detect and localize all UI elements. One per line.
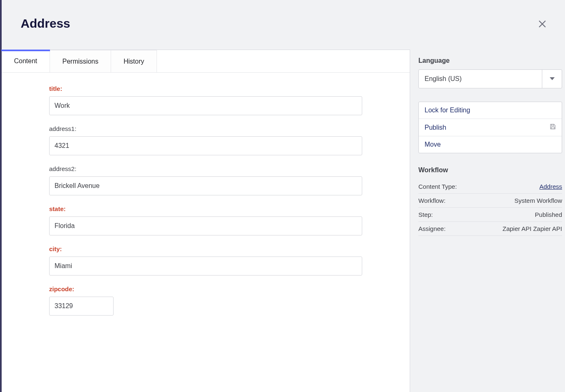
- svg-rect-4: [551, 127, 555, 129]
- workflow-key: Workflow:: [418, 197, 446, 204]
- move-button[interactable]: Move: [419, 136, 562, 153]
- workflow-section-title: Workflow: [418, 166, 562, 174]
- address1-input[interactable]: [49, 136, 362, 155]
- meta-row-content-type: Content Type: Address: [418, 180, 562, 194]
- language-label: Language: [418, 57, 542, 64]
- meta-row-assignee: Assignee: Zapier API Zapier API: [418, 222, 562, 236]
- city-label: city:: [49, 245, 362, 252]
- city-input[interactable]: [49, 257, 362, 276]
- close-icon: [538, 20, 546, 28]
- content-type-link[interactable]: Address: [539, 183, 562, 190]
- assignee-val: Zapier API Zapier API: [503, 225, 562, 232]
- zipcode-label: zipcode:: [49, 285, 362, 292]
- step-key: Step:: [418, 211, 433, 218]
- tab-permissions[interactable]: Permissions: [50, 50, 111, 72]
- tab-content[interactable]: Content: [2, 50, 50, 72]
- title-input[interactable]: [49, 96, 362, 115]
- state-label: state:: [49, 205, 362, 212]
- caret-down-icon: [550, 77, 555, 81]
- content-type-key: Content Type:: [418, 183, 457, 190]
- modal-header: Address: [2, 0, 565, 50]
- save-icon: [550, 124, 556, 131]
- language-select[interactable]: English (US): [418, 69, 562, 88]
- title-label: title:: [49, 85, 362, 92]
- zipcode-input[interactable]: [49, 297, 114, 316]
- address2-input[interactable]: [49, 176, 362, 195]
- publish-button[interactable]: Publish: [419, 119, 562, 136]
- svg-marker-2: [550, 77, 555, 80]
- content-form: title: address1: address2: state: city:: [2, 73, 410, 338]
- sidebar: Language English (US) Lock for Editing P…: [410, 50, 565, 392]
- meta-row-step: Step: Published: [418, 208, 562, 222]
- move-label: Move: [425, 141, 441, 148]
- close-button[interactable]: [538, 20, 546, 28]
- language-select-caret: [542, 70, 562, 88]
- workflow-val: System Workflow: [514, 197, 562, 204]
- state-input[interactable]: [49, 216, 362, 235]
- workflow-actions: Lock for Editing Publish Move: [418, 102, 562, 153]
- lock-for-editing-button[interactable]: Lock for Editing: [419, 102, 562, 119]
- tab-history[interactable]: History: [111, 50, 157, 72]
- address1-label: address1:: [49, 125, 362, 132]
- assignee-key: Assignee:: [418, 225, 446, 232]
- publish-label: Publish: [425, 124, 446, 131]
- page-title: Address: [21, 17, 70, 31]
- lock-for-editing-label: Lock for Editing: [425, 107, 470, 114]
- meta-row-workflow: Workflow: System Workflow: [418, 194, 562, 208]
- tab-bar: Content Permissions History: [2, 50, 410, 73]
- language-select-value: English (US): [419, 70, 542, 88]
- step-val: Published: [535, 211, 562, 218]
- svg-rect-3: [551, 124, 554, 126]
- address2-label: address2:: [49, 165, 362, 172]
